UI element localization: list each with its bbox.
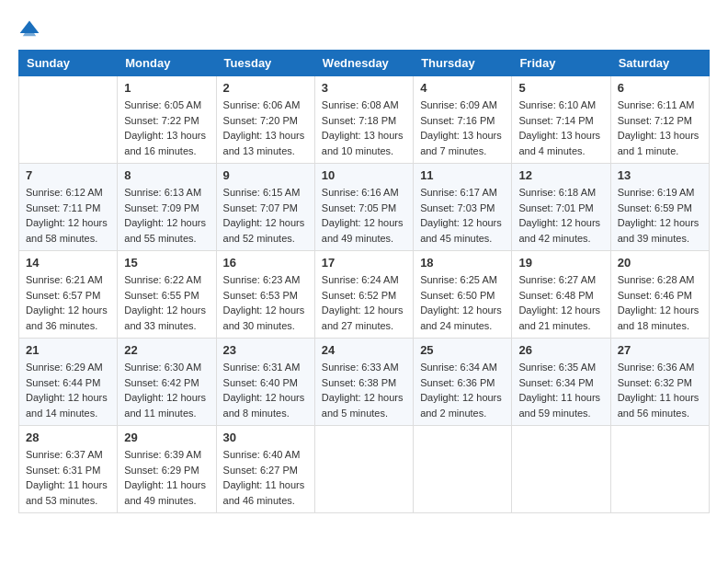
calendar-cell: 28Sunrise: 6:37 AMSunset: 6:31 PMDayligh… [19, 426, 118, 513]
day-info: Sunrise: 6:37 AMSunset: 6:31 PMDaylight:… [26, 447, 110, 508]
calendar-cell: 11Sunrise: 6:17 AMSunset: 7:03 PMDayligh… [414, 164, 512, 251]
day-number: 5 [518, 81, 603, 95]
weekday-header: Sunday [19, 51, 118, 76]
calendar-cell: 18Sunrise: 6:25 AMSunset: 6:50 PMDayligh… [414, 251, 512, 339]
day-number: 7 [26, 168, 110, 182]
weekday-header: Monday [118, 51, 216, 76]
day-number: 4 [420, 81, 505, 95]
day-info: Sunrise: 6:16 AMSunset: 7:05 PMDaylight:… [322, 185, 406, 246]
calendar-cell: 7Sunrise: 6:12 AMSunset: 7:11 PMDaylight… [19, 164, 118, 251]
day-number: 9 [223, 168, 308, 182]
calendar-cell: 22Sunrise: 6:30 AMSunset: 6:42 PMDayligh… [118, 339, 216, 426]
calendar-cell: 27Sunrise: 6:36 AMSunset: 6:32 PMDayligh… [610, 339, 709, 426]
day-number: 14 [26, 256, 110, 270]
calendar-cell: 21Sunrise: 6:29 AMSunset: 6:44 PMDayligh… [19, 339, 118, 426]
day-info: Sunrise: 6:08 AMSunset: 7:18 PMDaylight:… [322, 98, 406, 158]
day-info: Sunrise: 6:18 AMSunset: 7:01 PMDaylight:… [518, 185, 603, 246]
day-number: 17 [322, 256, 406, 270]
day-info: Sunrise: 6:19 AMSunset: 6:59 PMDaylight:… [618, 185, 702, 246]
day-info: Sunrise: 6:15 AMSunset: 7:07 PMDaylight:… [223, 185, 308, 246]
day-number: 20 [618, 256, 702, 270]
calendar-cell: 8Sunrise: 6:13 AMSunset: 7:09 PMDaylight… [118, 164, 216, 251]
weekday-header: Saturday [610, 51, 709, 76]
day-number: 15 [124, 256, 209, 270]
day-number: 6 [618, 81, 702, 95]
calendar-week-row: 1Sunrise: 6:05 AMSunset: 7:22 PMDaylight… [19, 76, 710, 164]
calendar-cell: 30Sunrise: 6:40 AMSunset: 6:27 PMDayligh… [216, 426, 314, 513]
weekday-header: Wednesday [314, 51, 413, 76]
day-number: 27 [618, 343, 702, 357]
calendar-cell: 2Sunrise: 6:06 AMSunset: 7:20 PMDaylight… [216, 76, 314, 164]
day-info: Sunrise: 6:23 AMSunset: 6:53 PMDaylight:… [223, 272, 308, 333]
calendar-cell: 17Sunrise: 6:24 AMSunset: 6:52 PMDayligh… [314, 251, 413, 339]
calendar-cell: 25Sunrise: 6:34 AMSunset: 6:36 PMDayligh… [414, 339, 512, 426]
day-number: 24 [322, 343, 406, 357]
day-number: 12 [518, 168, 603, 182]
calendar-cell: 23Sunrise: 6:31 AMSunset: 6:40 PMDayligh… [216, 339, 314, 426]
calendar-week-row: 21Sunrise: 6:29 AMSunset: 6:44 PMDayligh… [19, 339, 710, 426]
day-info: Sunrise: 6:11 AMSunset: 7:12 PMDaylight:… [618, 98, 702, 158]
day-info: Sunrise: 6:29 AMSunset: 6:44 PMDaylight:… [26, 360, 110, 420]
day-info: Sunrise: 6:10 AMSunset: 7:14 PMDaylight:… [518, 98, 603, 158]
weekday-header-row: SundayMondayTuesdayWednesdayThursdayFrid… [19, 51, 710, 76]
day-info: Sunrise: 6:21 AMSunset: 6:57 PMDaylight:… [26, 272, 110, 333]
calendar-cell: 1Sunrise: 6:05 AMSunset: 7:22 PMDaylight… [118, 76, 216, 164]
day-number: 8 [124, 168, 209, 182]
calendar-cell [512, 426, 610, 513]
day-number: 23 [223, 343, 308, 357]
calendar-cell: 12Sunrise: 6:18 AMSunset: 7:01 PMDayligh… [512, 164, 610, 251]
calendar-cell: 24Sunrise: 6:33 AMSunset: 6:38 PMDayligh… [314, 339, 413, 426]
day-info: Sunrise: 6:35 AMSunset: 6:34 PMDaylight:… [518, 360, 603, 420]
day-number: 21 [26, 343, 110, 357]
day-info: Sunrise: 6:05 AMSunset: 7:22 PMDaylight:… [124, 98, 209, 158]
day-number: 2 [223, 81, 308, 95]
day-number: 30 [223, 431, 308, 444]
day-info: Sunrise: 6:36 AMSunset: 6:32 PMDaylight:… [618, 360, 702, 420]
day-info: Sunrise: 6:27 AMSunset: 6:48 PMDaylight:… [518, 272, 603, 333]
calendar-cell: 10Sunrise: 6:16 AMSunset: 7:05 PMDayligh… [314, 164, 413, 251]
calendar-cell [19, 76, 118, 164]
calendar-cell: 29Sunrise: 6:39 AMSunset: 6:29 PMDayligh… [118, 426, 216, 513]
day-info: Sunrise: 6:13 AMSunset: 7:09 PMDaylight:… [124, 185, 209, 246]
calendar-cell: 5Sunrise: 6:10 AMSunset: 7:14 PMDaylight… [512, 76, 610, 164]
calendar-cell: 14Sunrise: 6:21 AMSunset: 6:57 PMDayligh… [19, 251, 118, 339]
day-number: 18 [420, 256, 505, 270]
logo [18, 18, 44, 40]
calendar-cell [314, 426, 413, 513]
day-number: 11 [420, 168, 505, 182]
calendar-cell: 9Sunrise: 6:15 AMSunset: 7:07 PMDaylight… [216, 164, 314, 251]
calendar-cell: 3Sunrise: 6:08 AMSunset: 7:18 PMDaylight… [314, 76, 413, 164]
day-number: 29 [124, 431, 209, 444]
day-info: Sunrise: 6:12 AMSunset: 7:11 PMDaylight:… [26, 185, 110, 246]
calendar-cell: 26Sunrise: 6:35 AMSunset: 6:34 PMDayligh… [512, 339, 610, 426]
day-info: Sunrise: 6:17 AMSunset: 7:03 PMDaylight:… [420, 185, 505, 246]
calendar-cell: 4Sunrise: 6:09 AMSunset: 7:16 PMDaylight… [414, 76, 512, 164]
day-number: 13 [618, 168, 702, 182]
day-info: Sunrise: 6:25 AMSunset: 6:50 PMDaylight:… [420, 272, 505, 333]
day-number: 26 [518, 343, 603, 357]
day-info: Sunrise: 6:30 AMSunset: 6:42 PMDaylight:… [124, 360, 209, 420]
weekday-header: Tuesday [216, 51, 314, 76]
day-info: Sunrise: 6:09 AMSunset: 7:16 PMDaylight:… [420, 98, 505, 158]
calendar-week-row: 28Sunrise: 6:37 AMSunset: 6:31 PMDayligh… [19, 426, 710, 513]
day-info: Sunrise: 6:39 AMSunset: 6:29 PMDaylight:… [124, 447, 209, 508]
calendar-cell [610, 426, 709, 513]
day-info: Sunrise: 6:31 AMSunset: 6:40 PMDaylight:… [223, 360, 308, 420]
calendar-table: SundayMondayTuesdayWednesdayThursdayFrid… [18, 50, 710, 513]
day-number: 25 [420, 343, 505, 357]
page-header [18, 18, 710, 40]
calendar-cell: 20Sunrise: 6:28 AMSunset: 6:46 PMDayligh… [610, 251, 709, 339]
day-info: Sunrise: 6:06 AMSunset: 7:20 PMDaylight:… [223, 98, 308, 158]
day-info: Sunrise: 6:33 AMSunset: 6:38 PMDaylight:… [322, 360, 406, 420]
logo-icon [18, 18, 40, 40]
day-number: 10 [322, 168, 406, 182]
calendar-cell: 15Sunrise: 6:22 AMSunset: 6:55 PMDayligh… [118, 251, 216, 339]
calendar-week-row: 14Sunrise: 6:21 AMSunset: 6:57 PMDayligh… [19, 251, 710, 339]
calendar-cell: 6Sunrise: 6:11 AMSunset: 7:12 PMDaylight… [610, 76, 709, 164]
day-number: 1 [124, 81, 209, 95]
day-info: Sunrise: 6:22 AMSunset: 6:55 PMDaylight:… [124, 272, 209, 333]
calendar-cell: 16Sunrise: 6:23 AMSunset: 6:53 PMDayligh… [216, 251, 314, 339]
day-info: Sunrise: 6:34 AMSunset: 6:36 PMDaylight:… [420, 360, 505, 420]
weekday-header: Thursday [414, 51, 512, 76]
weekday-header: Friday [512, 51, 610, 76]
